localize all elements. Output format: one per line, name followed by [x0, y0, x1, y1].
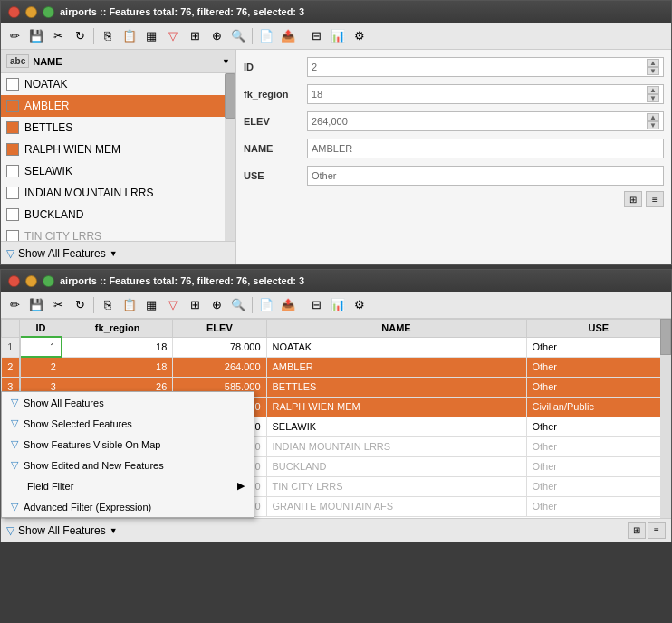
col-use[interactable]: USE — [526, 320, 671, 338]
cell-use[interactable]: Other — [526, 357, 671, 377]
settings-btn[interactable]: ⚙ — [350, 26, 370, 46]
spin-down-id[interactable]: ▼ — [647, 67, 659, 75]
col-name[interactable]: NAME — [266, 320, 526, 338]
cell-name[interactable]: RALPH WIEN MEM — [266, 397, 526, 417]
input-fk[interactable]: 18 ▲ ▼ — [307, 84, 664, 104]
stats-btn-t[interactable]: 📊 — [328, 295, 348, 315]
scrollbar-thumb[interactable] — [225, 73, 235, 119]
cell-name[interactable]: INDIAN MOUNTAIN LRRS — [266, 436, 526, 456]
close-btn-form[interactable] — [8, 6, 20, 18]
cell-use[interactable]: Other — [526, 476, 671, 496]
chevron-footer[interactable]: ▼ — [110, 249, 118, 258]
table-btn-t[interactable]: ⊞ — [185, 295, 205, 315]
cell-name[interactable]: BUCKLAND — [266, 456, 526, 476]
input-elev[interactable]: 264,000 ▲ ▼ — [307, 111, 664, 131]
refresh-btn-t[interactable]: ↻ — [70, 295, 90, 315]
cell-name[interactable]: BETTLES — [266, 377, 526, 397]
paste-btn-t[interactable]: 📋 — [120, 295, 139, 315]
search-btn-t[interactable]: 🔍 — [228, 295, 248, 315]
map-btn-t[interactable]: ⊕ — [206, 295, 226, 315]
map-btn[interactable]: ⊕ — [206, 26, 226, 46]
cell-name[interactable]: AMBLER — [266, 357, 526, 377]
copy-btn-t[interactable]: ⎘ — [98, 295, 118, 315]
corner-btn-1[interactable]: ⊞ — [628, 522, 646, 539]
corner-btn-2[interactable]: ≡ — [648, 522, 666, 539]
stats-btn[interactable]: 📊 — [328, 26, 348, 46]
cell-use[interactable]: Other — [526, 417, 671, 436]
refresh-btn[interactable]: ↻ — [70, 26, 90, 46]
cell-use[interactable]: Other — [526, 337, 671, 357]
spin-up-fk[interactable]: ▲ — [647, 86, 659, 94]
cell-id[interactable]: 1 — [20, 337, 62, 357]
save-btn-t[interactable]: 💾 — [26, 295, 46, 315]
input-id[interactable]: 2 ▲ ▼ — [307, 57, 664, 77]
cell-use[interactable]: Other — [526, 496, 671, 516]
select-btn[interactable]: ▦ — [141, 26, 161, 46]
chevron-footer-t[interactable]: ▼ — [110, 526, 118, 535]
list-item-selected[interactable]: AMBLER — [1, 95, 235, 117]
min-btn-table[interactable] — [25, 275, 37, 287]
chevron-icon[interactable]: ▼ — [222, 57, 230, 66]
cell-fk[interactable]: 18 — [62, 357, 172, 377]
doc-btn-t[interactable]: 📄 — [256, 295, 276, 315]
input-use[interactable]: Other — [307, 166, 664, 186]
list-item[interactable]: TIN CITY LRRS — [1, 225, 235, 241]
cell-use[interactable]: Civilian/Public — [526, 397, 671, 417]
table-row-selected[interactable]: 2 2 18 264.000 AMBLER Other — [2, 357, 671, 377]
settings-btn-t[interactable]: ⚙ — [350, 295, 370, 315]
table-row[interactable]: 1 1 18 78.000 NOATAK Other — [2, 337, 671, 357]
spin-up-id[interactable]: ▲ — [647, 59, 659, 67]
copy-btn[interactable]: ⎘ — [98, 26, 118, 46]
cell-elev[interactable]: 264.000 — [173, 357, 266, 377]
search-btn[interactable]: 🔍 — [228, 26, 248, 46]
export-btn-t[interactable]: 📤 — [278, 295, 298, 315]
delete-btn[interactable]: ✂ — [48, 26, 68, 46]
scrollbar-v-thumb[interactable] — [660, 319, 671, 355]
filter-btn-t[interactable]: ▽ — [163, 295, 183, 315]
cols-btn-t[interactable]: ⊟ — [306, 295, 326, 315]
cell-name[interactable]: TIN CITY LRRS — [266, 476, 526, 496]
cell-fk[interactable]: 18 — [62, 337, 172, 357]
col-fk-region[interactable]: fk_region — [62, 320, 172, 338]
menu-item-field-filter[interactable]: Field Filter ▶ — [2, 475, 254, 496]
cell-use[interactable]: Other — [526, 456, 671, 476]
cell-use[interactable]: Other — [526, 377, 671, 397]
form-corner-btn-2[interactable]: ≡ — [646, 191, 664, 207]
filter-btn[interactable]: ▽ — [163, 26, 183, 46]
spin-up-elev[interactable]: ▲ — [647, 113, 659, 121]
menu-item-show-visible[interactable]: ▽ Show Features Visible On Map — [2, 434, 254, 455]
menu-item-advanced-filter[interactable]: ▽ Advanced Filter (Expression) — [2, 496, 254, 517]
input-name[interactable]: AMBLER — [307, 139, 664, 158]
min-btn-form[interactable] — [25, 6, 37, 18]
cell-elev[interactable]: 78.000 — [173, 337, 266, 357]
list-item[interactable]: INDIAN MOUNTAIN LRRS — [1, 182, 235, 204]
form-corner-btn-1[interactable]: ⊞ — [624, 191, 642, 207]
max-btn-form[interactable] — [43, 6, 54, 18]
paste-btn[interactable]: 📋 — [120, 26, 139, 46]
export-btn[interactable]: 📤 — [278, 26, 298, 46]
col-id[interactable]: ID — [20, 320, 62, 338]
cell-use[interactable]: Other — [526, 436, 671, 456]
table-btn[interactable]: ⊞ — [185, 26, 205, 46]
col-elev[interactable]: ELEV — [173, 320, 266, 338]
cell-id[interactable]: 2 — [20, 357, 62, 377]
show-all-features-label[interactable]: Show All Features — [18, 247, 106, 260]
list-item[interactable]: SELAWIK — [1, 160, 235, 182]
edit-btn-t[interactable]: ✏ — [5, 295, 24, 315]
close-btn-table[interactable] — [8, 275, 20, 287]
list-item[interactable]: RALPH WIEN MEM — [1, 139, 235, 160]
menu-item-show-edited[interactable]: ▽ Show Edited and New Features — [2, 455, 254, 475]
doc-btn[interactable]: 📄 — [256, 26, 276, 46]
list-item[interactable]: BETTLES — [1, 117, 235, 139]
cell-name[interactable]: GRANITE MOUNTAIN AFS — [266, 496, 526, 516]
list-scroll[interactable]: NOATAK AMBLER BETTLES RALPH WIEN MEM SEL… — [1, 73, 235, 241]
delete-btn-t[interactable]: ✂ — [48, 295, 68, 315]
menu-item-show-all[interactable]: ▽ Show All Features — [2, 392, 254, 413]
show-all-features-label-t[interactable]: Show All Features — [18, 524, 106, 537]
select-btn-t[interactable]: ▦ — [141, 295, 161, 315]
list-item[interactable]: NOATAK — [1, 73, 235, 95]
spin-down-elev[interactable]: ▼ — [647, 121, 659, 129]
cols-btn[interactable]: ⊟ — [306, 26, 326, 46]
cell-name[interactable]: NOATAK — [266, 337, 526, 357]
list-item[interactable]: BUCKLAND — [1, 204, 235, 225]
